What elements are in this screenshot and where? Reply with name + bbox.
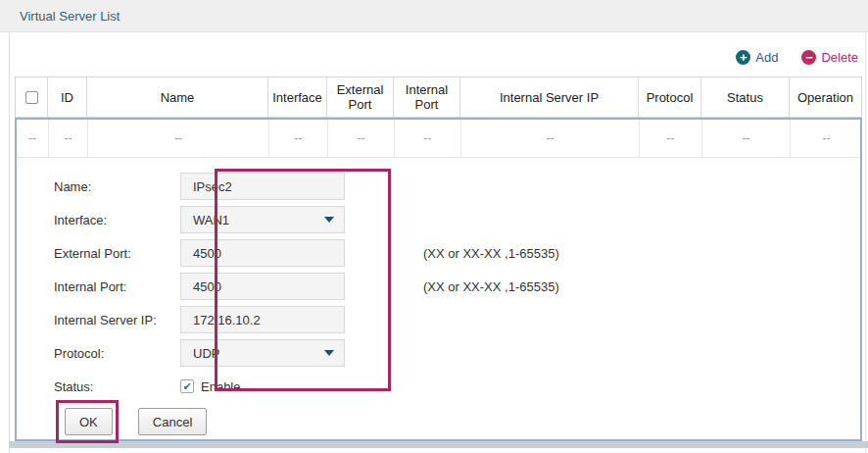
form-buttons: OK Cancel	[17, 408, 860, 435]
add-button-label: Add	[755, 50, 778, 65]
form-row-status: Status: ✔ Enable	[17, 370, 860, 403]
add-plus-icon: +	[736, 50, 750, 65]
form-row-internal-server-ip: Internal Server IP:	[17, 303, 860, 336]
external-port-field[interactable]	[180, 239, 345, 267]
internal-port-label: Internal Port:	[17, 279, 180, 294]
form-row-external-port: External Port: (XX or XX-XX ,1-65535)	[17, 236, 860, 270]
panel-titlebar: Virtual Server List	[0, 0, 868, 32]
internal-port-hint: (XX or XX-XX ,1-65535)	[423, 279, 559, 294]
status-enable-control: ✔ Enable	[180, 379, 240, 394]
panel-left-border	[9, 32, 10, 453]
header-cell-protocol: Protocol	[639, 77, 701, 117]
protocol-label: Protocol:	[17, 346, 180, 361]
row-cell-name: --	[88, 120, 269, 157]
row-cell-status: --	[702, 120, 791, 157]
virtual-server-form: Name: Interface: WAN1 External Port: (XX…	[17, 158, 860, 435]
header-cell-internal-port: Internal Port	[394, 77, 460, 117]
select-all-checkbox[interactable]	[25, 91, 38, 104]
delete-minus-icon: −	[801, 50, 816, 65]
interface-selected-value: WAN1	[193, 213, 229, 227]
table-row[interactable]: -- -- -- -- -- -- -- -- -- --	[17, 120, 860, 158]
chevron-down-icon	[324, 350, 334, 356]
header-cell-operation: Operation	[790, 77, 861, 117]
internal-server-ip-label: Internal Server IP:	[17, 313, 180, 327]
form-row-name: Name:	[17, 170, 860, 203]
header-cell-name: Name	[87, 77, 268, 117]
row-cell-select: --	[17, 120, 49, 157]
protocol-select[interactable]: UDP	[180, 339, 345, 367]
panel-right-border	[865, 32, 866, 453]
table-toolbar: + Add − Delete	[736, 50, 858, 65]
form-row-interface: Interface: WAN1	[17, 203, 860, 236]
header-cell-external-port: External Port	[327, 77, 394, 117]
header-cell-select	[16, 77, 48, 117]
row-cell-internal-server-ip: --	[461, 120, 640, 157]
header-cell-interface: Interface	[268, 77, 327, 117]
form-row-internal-port: Internal Port: (XX or XX-XX ,1-65535)	[17, 270, 860, 303]
external-port-label: External Port:	[17, 246, 180, 261]
protocol-selected-value: UDP	[193, 346, 219, 361]
name-field[interactable]	[180, 173, 345, 200]
delete-button[interactable]: − Delete	[801, 50, 858, 65]
external-port-hint: (XX or XX-XX ,1-65535)	[423, 246, 559, 261]
row-cell-id: --	[49, 120, 88, 157]
header-cell-status: Status	[701, 77, 790, 117]
row-cell-internal-port: --	[395, 120, 461, 157]
enable-checkbox-label: Enable	[201, 379, 240, 394]
panel-bottom-bar	[9, 441, 868, 448]
row-cell-operation: --	[791, 120, 862, 157]
interface-label: Interface:	[17, 213, 180, 227]
header-cell-id: ID	[48, 77, 87, 117]
add-button[interactable]: + Add	[736, 50, 778, 65]
internal-port-field[interactable]	[180, 273, 345, 300]
enable-checkbox[interactable]: ✔	[180, 379, 194, 393]
form-row-protocol: Protocol: UDP	[17, 336, 860, 370]
expanded-edit-panel: -- -- -- -- -- -- -- -- -- -- Name: Inte…	[15, 118, 862, 441]
internal-server-ip-field[interactable]	[180, 306, 345, 333]
status-label: Status:	[17, 379, 180, 394]
table-header-row: ID Name Interface External Port Internal…	[15, 76, 862, 118]
chevron-down-icon	[324, 217, 334, 223]
header-cell-internal-server-ip: Internal Server IP	[460, 77, 639, 117]
row-cell-protocol: --	[640, 120, 702, 157]
row-cell-interface: --	[269, 120, 328, 157]
cancel-button[interactable]: Cancel	[138, 408, 207, 435]
row-cell-external-port: --	[328, 120, 395, 157]
name-label: Name:	[17, 179, 180, 194]
page-title: Virtual Server List	[20, 9, 120, 24]
interface-select[interactable]: WAN1	[180, 206, 345, 233]
delete-button-label: Delete	[821, 50, 858, 65]
ok-button[interactable]: OK	[65, 408, 113, 435]
